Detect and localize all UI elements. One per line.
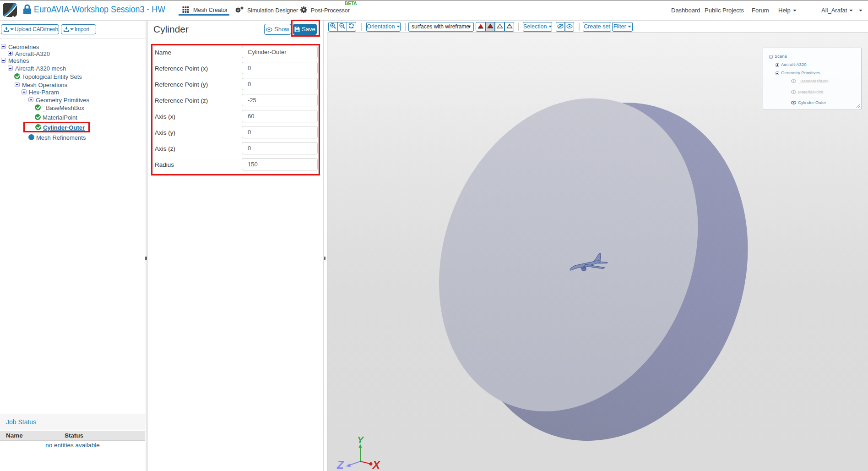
svg-text:X: X [372,459,381,471]
svg-text:Z: Z [336,459,344,471]
svg-text:Y: Y [357,434,364,445]
